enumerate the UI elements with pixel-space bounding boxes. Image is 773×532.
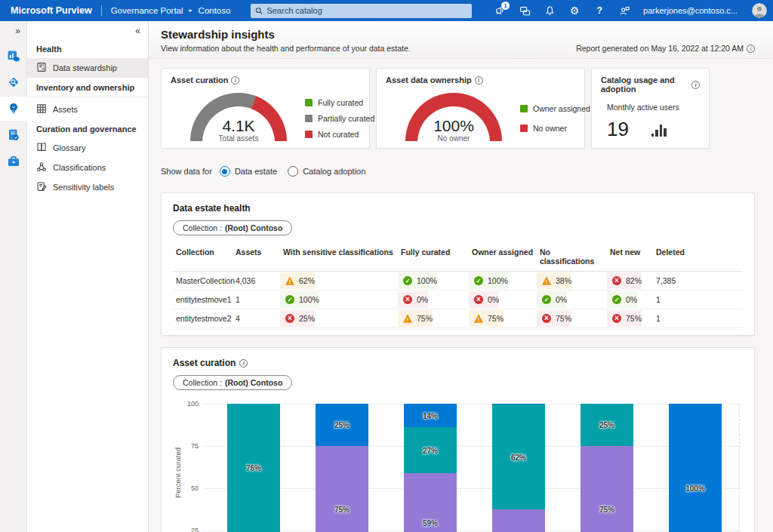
announcements-badge: 1 bbox=[501, 2, 510, 10]
chart-plot-area: 76%25%75%14%27%59%≈ 0%62%25%75%100% bbox=[203, 404, 743, 532]
legend-swatch bbox=[520, 105, 528, 112]
assets-count-cell: 4 bbox=[233, 309, 280, 328]
legend-item: Not curated bbox=[305, 130, 374, 139]
show-data-for-filter: Show data for Data estateCatalog adoptio… bbox=[161, 165, 773, 177]
brand-title[interactable]: Microsoft Purview bbox=[11, 5, 92, 16]
stacked-bar[interactable]: 100% bbox=[669, 404, 722, 532]
metric-value: 100% bbox=[488, 276, 508, 285]
collection-filter-pill[interactable]: Collection : (Root) Contoso bbox=[173, 220, 292, 235]
user-avatar[interactable] bbox=[752, 3, 767, 18]
management-icon[interactable] bbox=[0, 149, 27, 174]
data-catalog-icon[interactable] bbox=[0, 70, 27, 94]
notifications-bell-icon[interactable] bbox=[544, 5, 556, 17]
sidebar-item-data-stewardship[interactable]: AData stewardship bbox=[27, 58, 148, 78]
health-table: CollectionAssetsWith sensitive classific… bbox=[173, 243, 743, 328]
policy-icon[interactable] bbox=[0, 123, 27, 147]
gridline bbox=[203, 488, 740, 489]
stacked-bar[interactable]: ≈ 0%62% bbox=[492, 404, 545, 532]
report-generated: Report generated on May 16, 2022 at 12:2… bbox=[576, 44, 755, 53]
stacked-bar[interactable]: 76% bbox=[227, 404, 280, 532]
metric-cell-fill: 0% bbox=[537, 291, 567, 308]
gauge-value: 4.1K bbox=[190, 118, 287, 134]
sidebar-section-header: Curation and governance bbox=[27, 119, 148, 138]
bar-segment-purple bbox=[316, 446, 368, 532]
metric-cell: 75% bbox=[469, 309, 537, 328]
y-axis-ticks: 100755025 bbox=[185, 404, 203, 532]
section-title: Data estate health bbox=[173, 203, 743, 214]
search-box[interactable] bbox=[251, 4, 472, 18]
stacked-bar[interactable]: 25%75% bbox=[581, 404, 633, 532]
announcements-icon[interactable]: 1 bbox=[494, 5, 506, 17]
info-icon[interactable]: i bbox=[231, 76, 239, 85]
collection-name-cell[interactable]: MasterCollection bbox=[173, 272, 233, 290]
radio-option-catalog-adoption[interactable]: Catalog adoption bbox=[288, 166, 365, 177]
data-map-icon[interactable] bbox=[0, 44, 27, 68]
metric-cell-fill: 75% bbox=[398, 310, 433, 327]
bad-status-icon bbox=[403, 295, 412, 304]
feedback-icon[interactable] bbox=[618, 5, 630, 17]
plot-right-boundary bbox=[739, 404, 740, 532]
pill-label: Collection : bbox=[183, 223, 222, 232]
bad-status-icon bbox=[612, 276, 621, 285]
stacked-bar[interactable]: 14%27%59% bbox=[404, 404, 457, 532]
sidebar-item-sensitivity-labels[interactable]: Sensitivity labels bbox=[27, 177, 148, 197]
legend-item: No owner bbox=[520, 124, 590, 133]
collection-filter-pill[interactable]: Collection : (Root) Contoso bbox=[173, 375, 292, 390]
topbar-actions: 1 ⚙ ? parkerjones@contoso.c... bbox=[472, 3, 773, 18]
bar-segment-teal bbox=[227, 404, 280, 532]
good-status-icon bbox=[612, 295, 621, 304]
sidebar-item-assets[interactable]: Assets bbox=[27, 100, 148, 119]
metric-cell-fill: 0% bbox=[469, 291, 499, 308]
metric-cell-fill: 75% bbox=[469, 310, 504, 327]
metric-cell: 100% bbox=[469, 272, 537, 290]
metric-value: 0% bbox=[417, 295, 428, 304]
rail-expand-icon[interactable]: » bbox=[15, 26, 20, 36]
kpi-cards-row: Asset curation i 4.1K Total assets bbox=[161, 68, 755, 149]
collection-name-cell[interactable]: entitytestmove1 bbox=[173, 291, 233, 309]
tenant-name[interactable]: Contoso bbox=[199, 6, 231, 15]
user-email[interactable]: parkerjones@contoso.c... bbox=[643, 6, 738, 15]
radio-option-data-estate[interactable]: Data estate bbox=[220, 166, 277, 177]
good-status-icon bbox=[474, 276, 483, 285]
metric-value: 75% bbox=[417, 314, 433, 323]
help-icon[interactable]: ? bbox=[593, 5, 605, 17]
sidebar-item-glossary[interactable]: Glossary bbox=[27, 138, 148, 158]
gridline bbox=[203, 446, 740, 447]
metric-cell: 100% bbox=[398, 272, 469, 290]
card-title: Catalog usage and adoption i bbox=[601, 75, 700, 94]
panel-collapse-icon[interactable]: « bbox=[27, 24, 148, 39]
info-icon[interactable]: i bbox=[239, 359, 248, 367]
gauge-value: 100% bbox=[405, 118, 502, 134]
column-header: Fully curated bbox=[398, 243, 469, 271]
radio-circle-icon bbox=[220, 166, 230, 177]
catalog-usage-card: Catalog usage and adoption i Monthly act… bbox=[591, 68, 710, 149]
collection-name-cell[interactable]: entitytestmove2 bbox=[173, 309, 233, 328]
stacked-bar[interactable]: 25%75% bbox=[316, 404, 368, 532]
switch-organization-icon[interactable] bbox=[519, 5, 531, 17]
asset-ownership-legend: Owner assignedNo owner bbox=[520, 104, 590, 143]
metric-cell: 62% bbox=[280, 272, 398, 290]
info-icon[interactable]: i bbox=[475, 76, 483, 85]
pill-value: (Root) Contoso bbox=[225, 378, 282, 387]
search-input[interactable] bbox=[266, 6, 467, 15]
info-icon[interactable]: i bbox=[691, 81, 700, 89]
sidebar-menu: HealthAData stewardshipInventory and own… bbox=[27, 39, 148, 197]
sidebar-item-label: Data stewardship bbox=[53, 63, 117, 72]
bar-segment-purple bbox=[581, 446, 633, 532]
bar-segment-blue bbox=[404, 404, 457, 427]
card-title-text: Asset curation bbox=[171, 75, 228, 85]
table-row: entitytestmove11100%0%0%0%0%1 bbox=[173, 291, 743, 309]
topbar-divider bbox=[101, 5, 102, 16]
breadcrumb-arrow-icon: ▸ bbox=[189, 8, 192, 14]
main-area: Stewardship insights View information ab… bbox=[149, 21, 773, 532]
metric-cell: 75% bbox=[607, 309, 653, 328]
info-icon[interactable]: i bbox=[747, 45, 755, 53]
metric-cell: 100% bbox=[280, 291, 398, 309]
insights-icon[interactable] bbox=[0, 97, 27, 121]
sidebar-item-classifications[interactable]: Classifications bbox=[27, 158, 148, 177]
settings-gear-icon[interactable]: ⚙ bbox=[568, 5, 581, 17]
monthly-active-users-value: 19 bbox=[607, 119, 629, 139]
sidebar-item-label: Classifications bbox=[53, 163, 106, 172]
portal-name[interactable]: Governance Portal bbox=[111, 6, 183, 15]
card-title: Asset curation i bbox=[171, 75, 360, 85]
